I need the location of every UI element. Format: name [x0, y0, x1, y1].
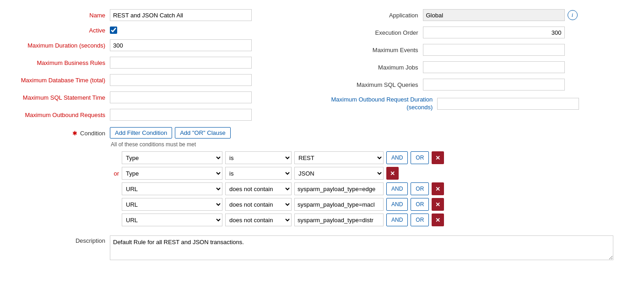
filter-row-5: URL does not contain AND OR ✕ — [110, 214, 444, 226]
filter-row-2: or Type is JSON ✕ — [110, 167, 444, 180]
filter-val-select-1[interactable]: REST — [294, 151, 384, 164]
max-events-label: Maximum Events — [331, 47, 423, 53]
filter-op-select-3[interactable]: does not contain — [225, 182, 292, 195]
max-db-time-input[interactable] — [110, 74, 252, 86]
max-duration-input[interactable] — [110, 39, 252, 51]
filter-row-1: Type is REST AND OR ✕ — [110, 151, 444, 164]
required-star: ✱ — [72, 130, 77, 137]
prefix-label-2: or — [110, 170, 119, 177]
filter-row-3: URL does not contain AND OR ✕ — [110, 182, 444, 195]
filter-field-select-4[interactable]: URL — [122, 198, 222, 211]
filter-val-select-2[interactable]: JSON — [294, 167, 384, 180]
max-outbound-input[interactable] — [110, 109, 252, 121]
filter-field-select-3[interactable]: URL — [122, 182, 222, 195]
filter-op-select-4[interactable]: does not contain — [225, 198, 292, 211]
or-button-3[interactable]: OR — [411, 182, 429, 195]
max-outbound-duration-label: Maximum Outbound Request Duration(second… — [331, 96, 438, 112]
max-sql-stmt-input[interactable] — [110, 91, 252, 103]
filter-field-select-1[interactable]: Type — [122, 151, 222, 164]
remove-button-2[interactable]: ✕ — [386, 167, 399, 180]
max-jobs-input[interactable] — [423, 61, 565, 73]
max-sql-stmt-label: Maximum SQL Statement Time — [9, 94, 110, 101]
application-label: Application — [331, 12, 423, 19]
or-button-4[interactable]: OR — [411, 198, 429, 211]
and-button-3[interactable]: AND — [386, 182, 408, 195]
info-icon[interactable]: i — [568, 10, 578, 20]
max-sql-input[interactable] — [423, 79, 565, 91]
active-label: Active — [9, 27, 110, 34]
name-input[interactable] — [110, 9, 252, 21]
description-textarea[interactable]: Default Rule for all REST and JSON trans… — [110, 235, 613, 260]
condition-label: ✱ Condition — [9, 127, 110, 137]
filter-op-select-2[interactable]: is — [225, 167, 292, 180]
and-button-5[interactable]: AND — [386, 214, 408, 226]
remove-button-4[interactable]: ✕ — [432, 198, 444, 211]
max-duration-label: Maximum Duration (seconds) — [9, 42, 110, 49]
max-jobs-label: Maximum Jobs — [331, 64, 423, 71]
max-outbound-label: Maximum Outbound Requests — [9, 112, 110, 118]
and-button-1[interactable]: AND — [386, 151, 408, 164]
filter-val-input-5[interactable] — [294, 214, 384, 226]
active-checkbox[interactable] — [110, 27, 117, 34]
filter-val-input-3[interactable] — [294, 182, 384, 195]
max-db-time-label: Maximum Database Time (total) — [9, 77, 110, 84]
or-button-5[interactable]: OR — [411, 214, 429, 226]
max-outbound-duration-input[interactable] — [437, 98, 579, 110]
condition-note: All of these conditions must be met — [111, 141, 444, 148]
or-button-1[interactable]: OR — [411, 151, 429, 164]
application-input[interactable] — [423, 9, 565, 21]
and-button-4[interactable]: AND — [386, 198, 408, 211]
filter-field-select-2[interactable]: Type — [122, 167, 222, 180]
max-business-rules-label: Maximum Business Rules — [9, 59, 110, 66]
execution-order-label: Execution Order — [331, 29, 423, 36]
add-filter-condition-button[interactable]: Add Filter Condition — [110, 127, 172, 139]
name-label: Name — [9, 12, 110, 19]
filter-op-select-5[interactable]: does not contain — [225, 214, 292, 226]
remove-button-3[interactable]: ✕ — [432, 182, 444, 195]
filter-op-select-1[interactable]: is — [225, 151, 292, 164]
filter-row-4: URL does not contain AND OR ✕ — [110, 198, 444, 211]
add-or-clause-button[interactable]: Add "OR" Clause — [175, 127, 231, 139]
description-label: Description — [9, 235, 110, 244]
filter-field-select-5[interactable]: URL — [122, 214, 222, 226]
execution-order-input[interactable] — [423, 27, 565, 38]
max-business-rules-input[interactable] — [110, 57, 252, 69]
remove-button-5[interactable]: ✕ — [432, 214, 444, 226]
max-events-input[interactable] — [423, 44, 565, 56]
max-sql-label: Maximum SQL Queries — [331, 81, 423, 88]
remove-button-1[interactable]: ✕ — [432, 151, 444, 164]
filter-val-input-4[interactable] — [294, 198, 384, 211]
